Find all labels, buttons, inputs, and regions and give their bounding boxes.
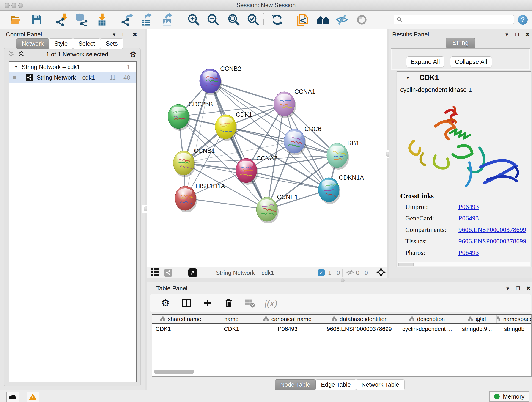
warnings-button[interactable]: [27, 392, 39, 402]
network-canvas[interactable]: CCNB2CCNA1CDC25BCDK1CDC6RB1CCNB1CCNA2CDK…: [147, 29, 387, 267]
import-network-file-icon[interactable]: [55, 12, 69, 27]
scrollbar-thumb[interactable]: [399, 263, 413, 266]
save-session-icon[interactable]: [29, 12, 44, 27]
open-session-icon[interactable]: [8, 12, 23, 27]
crosslink-link[interactable]: P06493: [458, 249, 479, 256]
table-cell[interactable]: CDK1: [152, 324, 209, 334]
crosslink-link[interactable]: P06493: [458, 215, 479, 222]
network-node-HIST1H1A[interactable]: HIST1H1A: [175, 183, 225, 212]
table-cell[interactable]: P06493: [254, 324, 322, 334]
birdseye-view-icon[interactable]: [188, 268, 197, 277]
export-table-icon[interactable]: [139, 12, 154, 27]
fit-content-crosshair-icon[interactable]: [376, 268, 386, 278]
crosslink-link[interactable]: 9606.ENSP00000378699: [458, 226, 526, 234]
tab-network-table[interactable]: Network Table: [356, 379, 405, 390]
expand-all-button[interactable]: Expand All: [406, 56, 444, 67]
create-column-icon[interactable]: [202, 298, 214, 307]
table-cell[interactable]: cyclin-dependent ...: [397, 324, 457, 334]
horizontal-splitter[interactable]: [147, 279, 532, 282]
table-horizontal-scrollbar-thumb[interactable]: [154, 370, 194, 374]
tab-node-table[interactable]: Node Table: [275, 379, 316, 390]
column-header-shared-name[interactable]: shared name: [152, 315, 209, 323]
string-network-view-icon[interactable]: [164, 269, 172, 277]
collapse-caret-icon[interactable]: ▼: [406, 75, 410, 80]
tab-style[interactable]: Style: [49, 38, 73, 49]
panel-float-icon[interactable]: ❒: [122, 32, 127, 37]
network-edge-count: 48: [123, 74, 130, 81]
table-cell[interactable]: 9606.ENSP00000378699: [322, 324, 397, 334]
column-header-description[interactable]: description: [397, 315, 457, 323]
zoom-out-icon[interactable]: [206, 12, 220, 27]
search-icon: [397, 17, 403, 22]
help-icon[interactable]: ?: [518, 15, 528, 25]
network-options-gear-icon[interactable]: ⚙: [130, 51, 137, 58]
column-header-name[interactable]: name: [209, 315, 254, 323]
panel-menu-icon[interactable]: ▼: [505, 32, 509, 37]
left-splitter[interactable]: [145, 29, 147, 390]
network-node-CCNA2[interactable]: CCNA2: [236, 155, 278, 185]
horizontal-splitter-handle[interactable]: [341, 279, 345, 282]
network-edge-CCNE1-HIST1H1A[interactable]: [185, 198, 267, 209]
zoom-fit-icon[interactable]: [226, 12, 241, 27]
panel-menu-icon[interactable]: ▼: [505, 286, 510, 291]
hide-graphics-details-icon[interactable]: [335, 12, 349, 27]
tab-string-results[interactable]: String: [446, 38, 475, 48]
search-field[interactable]: [394, 15, 514, 24]
tab-sets[interactable]: Sets: [100, 38, 123, 49]
tab-select[interactable]: Select: [73, 38, 100, 49]
panel-menu-icon[interactable]: ▼: [112, 32, 116, 37]
panel-float-icon[interactable]: ❒: [515, 32, 519, 37]
column-header-canonical-name[interactable]: canonical name: [254, 315, 322, 323]
panel-close-icon[interactable]: ✖: [525, 32, 530, 38]
crosslink-link[interactable]: 9606.ENSP00000378699: [458, 237, 526, 245]
expand-all-networks-icon[interactable]: [18, 51, 25, 58]
panel-close-icon[interactable]: ✖: [133, 32, 137, 38]
table-row[interactable]: CDK1CDK1P064939606.ENSP00000378699cyclin…: [152, 324, 531, 334]
tab-network[interactable]: Network: [16, 38, 49, 49]
grid-view-icon[interactable]: [151, 268, 158, 277]
gene-card-header[interactable]: ▼ CDK1: [397, 71, 531, 84]
network-node-CCNE1[interactable]: CCNE1: [256, 194, 298, 223]
network-row[interactable]: String Network – cdk1 11 48: [9, 72, 136, 83]
show-columns-icon[interactable]: [181, 298, 192, 308]
zoom-selected-icon[interactable]: [246, 12, 260, 27]
collapse-all-button[interactable]: Collapse All: [450, 56, 492, 67]
table-settings-gear-icon[interactable]: ⚙: [159, 298, 171, 308]
column-header--id[interactable]: @id: [457, 315, 497, 323]
memory-button[interactable]: Memory: [489, 391, 529, 402]
show-graphics-details-icon[interactable]: [355, 12, 369, 27]
export-network-icon[interactable]: [120, 12, 134, 27]
home-networks-icon[interactable]: [316, 12, 331, 27]
selected-checkbox-icon[interactable]: ✓: [318, 269, 325, 276]
delete-column-trash-icon[interactable]: [223, 298, 234, 308]
network-node-CCNB1[interactable]: CCNB1: [173, 147, 215, 177]
right-splitter[interactable]: [387, 29, 389, 279]
table-cell[interactable]: stringdb:9...: [457, 324, 497, 334]
table-cell[interactable]: CDK1: [209, 324, 254, 334]
import-network-database-icon[interactable]: [74, 12, 89, 27]
crosslink-link[interactable]: P06493: [458, 203, 479, 211]
network-node-RB1[interactable]: RB1: [327, 140, 360, 170]
export-image-icon[interactable]: [160, 12, 175, 27]
zoom-in-icon[interactable]: [186, 12, 201, 27]
panel-float-icon[interactable]: ❒: [516, 286, 520, 291]
network-edge-CCNB2-HIST1H1A[interactable]: [185, 81, 210, 198]
network-edge-CCNB2-CCNE1[interactable]: [210, 81, 267, 209]
collection-caret-icon[interactable]: ▼: [14, 65, 18, 69]
network-node-CDKN1A[interactable]: CDKN1A: [318, 174, 364, 204]
column-header-database-identifier[interactable]: database identifier: [322, 315, 397, 323]
table-cell[interactable]: stringdb: [497, 324, 532, 334]
column-header-namespace[interactable]: namespace: [497, 315, 532, 323]
share-document-icon[interactable]: [296, 12, 311, 27]
network-collection-row[interactable]: ▼ String Network – cdk1 1: [9, 62, 136, 72]
refresh-icon[interactable]: [270, 12, 285, 27]
cloud-status-button[interactable]: [6, 392, 19, 402]
results-horizontal-scrollbar[interactable]: [398, 262, 530, 266]
network-edge-CCNA2-CDKN1A[interactable]: [246, 171, 329, 190]
panel-close-icon[interactable]: ✖: [526, 285, 531, 292]
tab-edge-table[interactable]: Edge Table: [316, 379, 356, 390]
network-node-CDC6[interactable]: CDC6: [284, 126, 322, 155]
search-input[interactable]: [405, 16, 511, 23]
import-table-icon[interactable]: [95, 12, 109, 27]
collapse-all-networks-icon[interactable]: [8, 51, 15, 58]
